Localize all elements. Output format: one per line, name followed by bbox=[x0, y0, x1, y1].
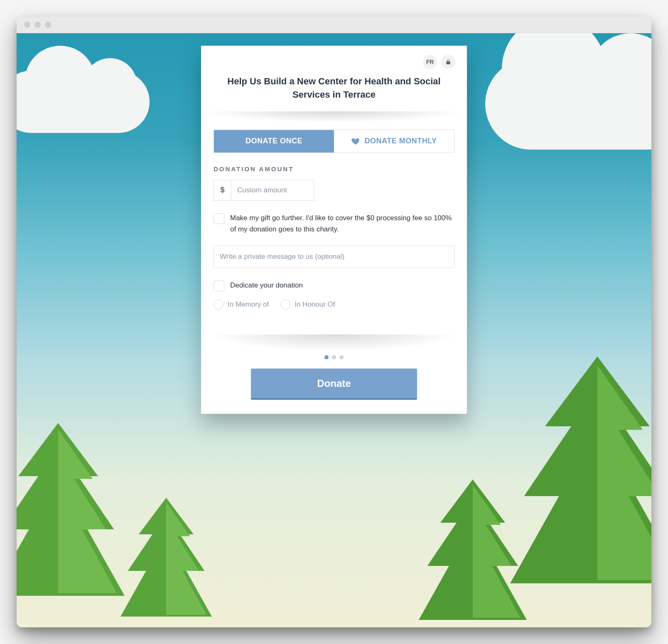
divider-shadow bbox=[209, 334, 459, 351]
dedicate-checkbox[interactable] bbox=[214, 280, 224, 291]
tree-icon bbox=[120, 498, 212, 627]
window-dot-icon bbox=[45, 22, 51, 28]
pager-dot[interactable] bbox=[332, 355, 336, 359]
donate-button[interactable]: Donate bbox=[251, 369, 417, 400]
cloud-icon bbox=[485, 58, 651, 150]
pager-dot[interactable] bbox=[339, 355, 344, 359]
card-body: DONATE ONCE DONATE MONTHLY DONATION AMOU… bbox=[201, 122, 467, 355]
radio-icon bbox=[280, 300, 290, 310]
dedication-options: In Memory of In Honour Of bbox=[214, 300, 454, 310]
lock-icon bbox=[445, 59, 451, 65]
donation-card: FR Help Us Build a New Center for Health… bbox=[201, 46, 467, 414]
tab-donate-once[interactable]: DONATE ONCE bbox=[214, 130, 334, 152]
pager-dot[interactable] bbox=[324, 355, 329, 359]
heart-icon bbox=[351, 137, 360, 146]
browser-frame: FR Help Us Build a New Center for Health… bbox=[17, 17, 651, 627]
cover-fee-row: Make my gift go further. I'd like to cov… bbox=[214, 212, 454, 235]
frequency-tabs: DONATE ONCE DONATE MONTHLY bbox=[214, 130, 454, 153]
tree-icon bbox=[419, 479, 527, 627]
cover-fee-label: Make my gift go further. I'd like to cov… bbox=[230, 212, 454, 235]
divider-shadow bbox=[201, 111, 467, 122]
campaign-title: Help Us Build a New Center for Health an… bbox=[213, 75, 455, 101]
card-header: FR Help Us Build a New Center for Health… bbox=[201, 46, 467, 112]
window-dot-icon bbox=[24, 22, 30, 28]
card-footer: Donate bbox=[201, 355, 467, 414]
radio-label: In Honour Of bbox=[295, 300, 335, 309]
window-title-bar bbox=[17, 17, 651, 33]
tab-donate-monthly[interactable]: DONATE MONTHLY bbox=[334, 130, 454, 152]
radio-label: In Memory of bbox=[228, 300, 269, 309]
window-dot-icon bbox=[34, 22, 41, 28]
tab-label: DONATE MONTHLY bbox=[364, 137, 437, 145]
secure-lock-button[interactable] bbox=[441, 55, 455, 69]
dedication-option-honour[interactable]: In Honour Of bbox=[280, 300, 335, 310]
amount-input-group: $ bbox=[214, 180, 454, 201]
step-pager bbox=[214, 355, 454, 359]
tab-label: DONATE ONCE bbox=[246, 137, 302, 145]
donation-amount-label: DONATION AMOUNT bbox=[214, 165, 454, 172]
radio-icon bbox=[214, 300, 223, 310]
language-toggle[interactable]: FR bbox=[423, 55, 437, 69]
cloud-icon bbox=[17, 71, 150, 133]
private-message-input[interactable] bbox=[214, 246, 454, 268]
page-viewport: FR Help Us Build a New Center for Health… bbox=[17, 33, 651, 627]
tree-icon bbox=[510, 356, 651, 627]
custom-amount-input[interactable] bbox=[231, 180, 314, 201]
dedicate-label: Dedicate your donation bbox=[230, 280, 303, 291]
dedication-option-memory[interactable]: In Memory of bbox=[214, 300, 269, 310]
cover-fee-checkbox[interactable] bbox=[214, 213, 224, 224]
tree-icon bbox=[17, 423, 125, 627]
dedicate-row: Dedicate your donation bbox=[214, 280, 454, 291]
currency-symbol: $ bbox=[214, 180, 231, 201]
